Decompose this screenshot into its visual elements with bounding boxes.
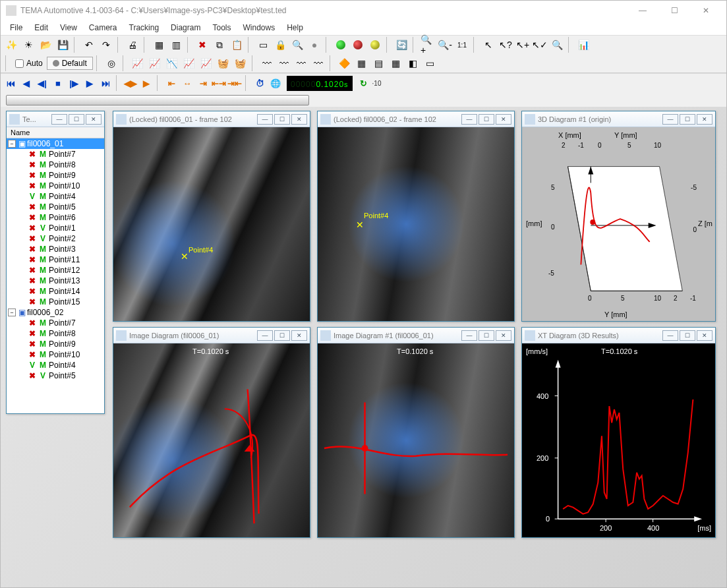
chart-c-icon[interactable]: 📉: [164, 55, 180, 71]
pointer3-icon[interactable]: ↖+: [515, 37, 531, 53]
on-led-icon[interactable]: [333, 37, 349, 53]
fast-fwd-icon[interactable]: ⏭: [98, 76, 113, 90]
pointer-icon[interactable]: ↖: [480, 37, 496, 53]
id2-min-button[interactable]: —: [461, 330, 477, 341]
mark-c-icon[interactable]: ⇥: [196, 76, 210, 90]
auto-checkbox[interactable]: Auto: [13, 59, 45, 68]
xt-titlebar[interactable]: XT Diagram (3D Results) —☐✕: [522, 328, 715, 343]
tool-c-icon[interactable]: ▤: [371, 55, 387, 71]
default-button[interactable]: Default: [47, 57, 93, 70]
mark-e-icon[interactable]: ⇥⇤: [227, 76, 242, 90]
imgdiag2-body[interactable]: T=0.1020 s: [318, 343, 514, 537]
play-icon[interactable]: ▶: [82, 76, 97, 90]
expand-toggle-icon[interactable]: −: [8, 140, 16, 148]
range-a-icon[interactable]: ◀▶: [123, 76, 138, 90]
wave-d-icon[interactable]: 〰: [310, 55, 326, 71]
tree-item[interactable]: ✖M Point#5: [7, 202, 104, 212]
id2-max-button[interactable]: ☐: [479, 330, 494, 341]
tree-item[interactable]: ✖M Point#8: [7, 160, 104, 170]
wave-b-icon[interactable]: 〰: [276, 55, 292, 71]
id1-close-button[interactable]: ✕: [291, 330, 307, 341]
tree-item[interactable]: ✖M Point#10: [7, 349, 104, 360]
cam2-max-button[interactable]: ☐: [479, 114, 494, 125]
menu-file[interactable]: File: [5, 22, 28, 34]
wave-a-icon[interactable]: 〰: [259, 55, 275, 71]
mark-d-icon[interactable]: ⇤⇥: [212, 76, 226, 90]
tree-header[interactable]: Name: [7, 127, 104, 138]
tool-f-icon[interactable]: ▭: [422, 55, 438, 71]
tree-view[interactable]: −▣ fil0006_01✖M Point#7✖M Point#8✖M Poin…: [7, 138, 104, 413]
imgdiag1-body[interactable]: T=0.1020 s: [113, 343, 310, 537]
tree-item[interactable]: ✖M Point#7: [7, 318, 104, 328]
menu-camera[interactable]: Camera: [84, 22, 123, 34]
camera1-titlebar[interactable]: (Locked) fil0006_01 - frame 102 —☐✕: [113, 111, 310, 127]
tool-d-icon[interactable]: ▦: [388, 55, 404, 71]
xt-body[interactable]: [mm/s] T=0.1020 s 400 200 0 200 400 [ms]: [522, 343, 715, 537]
menu-help[interactable]: Help: [281, 22, 308, 34]
copy-icon[interactable]: ⧉: [212, 37, 227, 53]
tree-max-button[interactable]: ☐: [69, 114, 84, 125]
frame-fwd-icon[interactable]: |▶: [67, 76, 81, 90]
paste-icon[interactable]: 📋: [229, 37, 245, 53]
tree-close-button[interactable]: ✕: [86, 114, 102, 125]
tree-item[interactable]: ✖M Point#3: [7, 244, 104, 254]
grid-icon[interactable]: ▦: [151, 37, 167, 53]
delete-icon[interactable]: ✖: [194, 37, 210, 53]
diag3d-titlebar[interactable]: 3D Diagram #1 (origin) —☐✕: [522, 111, 715, 127]
d3-min-button[interactable]: —: [662, 114, 678, 125]
tree-item[interactable]: ✖M Point#12: [7, 265, 104, 276]
range-b-icon[interactable]: ▶: [139, 76, 154, 90]
tree-item[interactable]: ✖M Point#14: [7, 286, 104, 297]
off-led-icon[interactable]: [350, 37, 366, 53]
menu-tools[interactable]: Tools: [207, 22, 236, 34]
tree-item[interactable]: ✖M Point#7: [7, 149, 104, 160]
stop-icon[interactable]: ■: [51, 76, 65, 90]
layout-icon[interactable]: ▭: [255, 37, 271, 53]
chart-e-icon[interactable]: 📈: [198, 55, 214, 71]
tree-item[interactable]: ✖M Point#8: [7, 328, 104, 339]
tree-panel-titlebar[interactable]: Te... — ☐ ✕: [7, 111, 104, 127]
mark-b-icon[interactable]: ↔: [180, 76, 194, 90]
imgdiag2-titlebar[interactable]: Image Diagram #1 (fil0006_01) —☐✕: [318, 328, 514, 343]
tree-item[interactable]: ✖M Point#15: [7, 297, 104, 307]
pointer4-icon[interactable]: ↖✓: [532, 37, 548, 53]
help-led-icon[interactable]: [367, 37, 383, 53]
save-icon[interactable]: 💾: [55, 37, 71, 53]
d3-close-button[interactable]: ✕: [697, 114, 712, 125]
maximize-button[interactable]: ☐: [659, 1, 689, 20]
cam1-max-button[interactable]: ☐: [274, 114, 290, 125]
tree-item[interactable]: ✖M Point#10: [7, 181, 104, 191]
menu-edit[interactable]: Edit: [29, 22, 53, 34]
tree-item[interactable]: VM Point#4: [7, 191, 104, 202]
tool-a-icon[interactable]: 🔶: [337, 55, 353, 71]
diag3d-body[interactable]: X [mm] Y [mm] [mm] Z [m Y [mm] 2 -1 0 5 …: [522, 127, 715, 321]
step-back-icon[interactable]: ◀: [19, 76, 34, 90]
tree-item[interactable]: VM Point#4: [7, 360, 104, 370]
tree-item[interactable]: ✖M Point#9: [7, 339, 104, 349]
cam1-min-button[interactable]: —: [257, 114, 273, 125]
print-icon[interactable]: 🖨: [125, 37, 140, 53]
camera2-body[interactable]: ✕ Point#4: [318, 127, 514, 321]
target-icon[interactable]: ◎: [103, 55, 119, 71]
tree-min-button[interactable]: —: [51, 114, 67, 125]
lock-icon[interactable]: 🔒: [272, 37, 288, 53]
redo-icon[interactable]: ↷: [98, 37, 114, 53]
chart-d-icon[interactable]: 📈: [181, 55, 197, 71]
frame-back-icon[interactable]: ◀|: [35, 76, 49, 90]
tree-item[interactable]: ✖V Point#2: [7, 233, 104, 244]
zoom-11-icon[interactable]: 1:1: [454, 37, 470, 53]
tree-item[interactable]: ✖M Point#13: [7, 276, 104, 286]
auto-check-input[interactable]: [15, 59, 24, 68]
tool-e-icon[interactable]: ◧: [405, 55, 421, 71]
chart-b-icon[interactable]: 📈: [147, 55, 163, 71]
chart-g-icon[interactable]: 🧺: [233, 55, 248, 71]
xt-close-button[interactable]: ✕: [697, 330, 712, 341]
time-slider[interactable]: [6, 95, 309, 105]
tree-root[interactable]: −▣ fil0006_01: [7, 138, 104, 149]
sun-icon[interactable]: ☀: [20, 37, 36, 53]
search-icon[interactable]: 🔍: [549, 37, 565, 53]
new-icon[interactable]: ✨: [3, 37, 19, 53]
camera2-titlebar[interactable]: (Locked) fil0006_02 - frame 102 —☐✕: [318, 111, 514, 127]
open-icon[interactable]: 📂: [38, 37, 53, 53]
expand-toggle-icon[interactable]: −: [8, 309, 16, 316]
